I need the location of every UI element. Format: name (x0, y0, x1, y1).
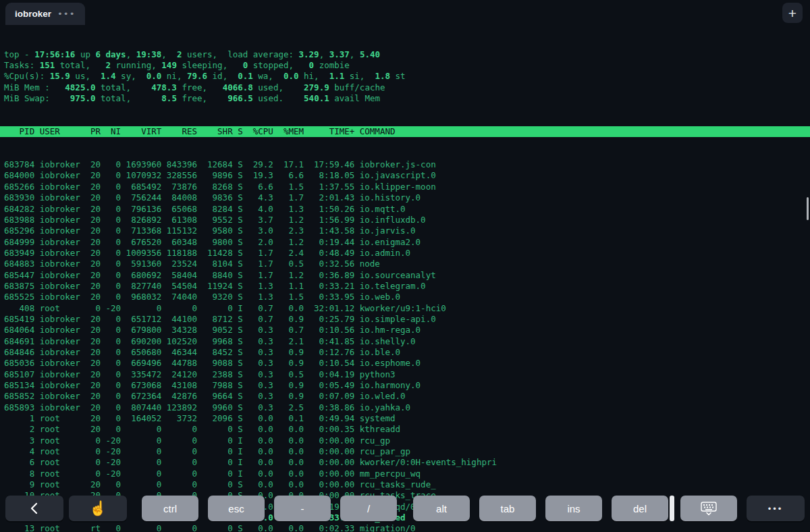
key-minus[interactable]: - (274, 496, 331, 521)
process-row: 683930 iobroker 20 0 756244 84008 9836 S… (4, 192, 810, 203)
key-del-label: del (633, 503, 647, 514)
process-row: 684000 iobroker 20 0 1070932 328556 9896… (4, 170, 810, 181)
top-summary: top - 17:56:16 up 6 days, 19:38, 2 users… (4, 49, 810, 105)
summary-line: %Cpu(s): 15.9 us, 1.4 sy, 0.0 ni, 79.6 i… (4, 71, 810, 82)
key-ins-label: ins (567, 503, 580, 514)
process-table-header: PID USER PR NI VIRT RES SHR S %CPU %MEM … (0, 126, 810, 137)
key-minus-label: - (301, 503, 304, 514)
process-row: 685852 iobroker 20 0 672364 42876 9664 S… (4, 391, 810, 402)
key-del[interactable]: del (612, 496, 668, 521)
key-tab-label: tab (501, 503, 515, 514)
process-row: 683949 iobroker 20 0 1009356 118188 1142… (4, 248, 810, 259)
key-ctrl[interactable]: ctrl (142, 496, 198, 521)
process-row: 408 root 0 -20 0 0 0 I 0.7 0.0 32:01.12 … (4, 303, 810, 314)
key-more[interactable]: ••• (747, 496, 805, 521)
process-row: 685525 iobroker 20 0 968032 74040 9320 S… (4, 292, 810, 302)
chevron-left-icon (28, 501, 40, 516)
key-tab[interactable]: tab (479, 496, 536, 521)
scrollbar-thumb[interactable] (807, 197, 809, 220)
key-ctrl-label: ctrl (163, 503, 177, 514)
process-row: 684999 iobroker 20 0 676520 60348 9800 S… (4, 237, 810, 248)
key-alt[interactable]: alt (413, 496, 470, 521)
process-row: 685296 iobroker 20 0 713368 115132 9580 … (4, 225, 810, 236)
process-row: 685447 iobroker 20 0 680692 58404 8840 S… (4, 270, 810, 281)
process-row: 683784 iobroker 20 0 1693960 843396 1268… (4, 159, 810, 170)
process-row: 685036 iobroker 20 0 669496 44788 9088 S… (4, 358, 810, 369)
keyboard-dismiss-icon (700, 501, 718, 516)
summary-line: MiB Swap: 975.0 total, 8.5 free, 966.5 u… (4, 93, 810, 104)
process-row: 684064 iobroker 20 0 679800 34328 9052 S… (4, 325, 810, 336)
summary-line: Tasks: 151 total, 2 running, 149 sleepin… (4, 60, 810, 71)
process-row: 684846 iobroker 20 0 650680 46344 8452 S… (4, 347, 810, 358)
process-row: 684282 iobroker 20 0 796136 65068 8284 S… (4, 204, 810, 215)
key-esc[interactable]: esc (208, 496, 265, 521)
touch-pointer-icon: ☝ (89, 500, 107, 516)
process-row: 684691 iobroker 20 0 690200 102520 9968 … (4, 336, 810, 347)
process-row: 8 root 0 -20 0 0 0 I 0.0 0.0 0:00.00 mm_… (4, 469, 810, 479)
key-keyboard[interactable] (680, 496, 737, 521)
process-row: 3 root 0 -20 0 0 0 I 0.0 0.0 0:00.00 rcu… (4, 435, 810, 446)
process-row: 683875 iobroker 20 0 827740 54504 11924 … (4, 281, 810, 292)
terminal-output[interactable]: top - 17:56:16 up 6 days, 19:38, 2 users… (0, 25, 810, 532)
process-row: 685107 iobroker 20 0 335472 24120 2388 S… (4, 369, 810, 380)
tab-title: iobroker (15, 9, 51, 19)
process-row: 685893 iobroker 20 0 807440 123892 9960 … (4, 402, 810, 413)
key-ins[interactable]: ins (545, 496, 602, 521)
key-slash[interactable]: / (340, 496, 397, 521)
process-row: 685266 iobroker 20 0 685492 73876 8268 S… (4, 182, 810, 192)
process-table: 683784 iobroker 20 0 1693960 843396 1268… (4, 159, 810, 532)
tab-bar: iobroker ••• + (0, 0, 810, 25)
process-row: 1 root 20 0 164052 3732 2096 S 0.0 0.1 0… (4, 413, 810, 424)
key-alt-label: alt (436, 503, 447, 514)
key-back[interactable] (5, 496, 63, 521)
key-slash-label: / (367, 503, 370, 514)
process-row: 683988 iobroker 20 0 826892 61308 9552 S… (4, 215, 810, 225)
more-dots-icon: ••• (768, 504, 784, 514)
key-esc-label: esc (228, 503, 244, 514)
key-highlight-sliver (670, 496, 674, 521)
process-row: 684883 iobroker 20 0 591360 23524 8104 S… (4, 259, 810, 269)
process-row: 685419 iobroker 20 0 651712 44100 8712 S… (4, 314, 810, 325)
process-row: 2 root 20 0 0 0 0 S 0.0 0.0 0:00.35 kthr… (4, 424, 810, 435)
summary-line: MiB Mem : 4825.0 total, 478.3 free, 4066… (4, 82, 810, 93)
summary-line: top - 17:56:16 up 6 days, 19:38, 2 users… (4, 49, 810, 60)
tab-options-icon[interactable]: ••• (57, 9, 75, 19)
key-pointer[interactable]: ☝ (69, 496, 127, 521)
terminal-tab[interactable]: iobroker ••• (5, 3, 85, 25)
process-row: 4 root 0 -20 0 0 0 I 0.0 0.0 0:00.00 rcu… (4, 446, 810, 457)
new-tab-button[interactable]: + (782, 3, 803, 23)
process-row: 685134 iobroker 20 0 673068 43108 7988 S… (4, 380, 810, 391)
process-row: 6 root 0 -20 0 0 0 I 0.0 0.0 0:00.00 kwo… (4, 457, 810, 468)
key-toolbar: ☝ctrlesc-/alttabinsdel••• (0, 485, 810, 532)
